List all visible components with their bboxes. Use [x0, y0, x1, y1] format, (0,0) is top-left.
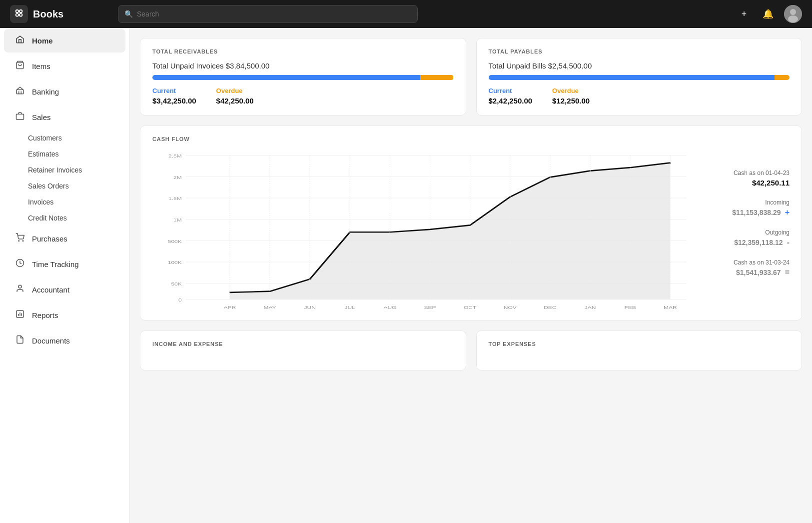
sidebar-item-documents[interactable]: Documents: [4, 329, 125, 352]
payables-current-value: $2,42,250.00: [489, 96, 533, 105]
svg-text:100K: 100K: [168, 260, 182, 265]
chart-container: 2.5M 2M 1.5M 1M 500K 100K 50K 0: [152, 150, 700, 310]
accountant-icon: [14, 284, 26, 296]
sidebar-reports-label: Reports: [32, 311, 58, 320]
svg-point-3: [19, 14, 22, 16]
sidebar-home-label: Home: [32, 36, 53, 45]
cash-end-stat: Cash as on 31-03-24 $1,541,933.67 =: [710, 259, 790, 277]
svg-text:MAY: MAY: [263, 304, 276, 310]
receivables-progress-bar: [152, 75, 454, 80]
outgoing-value: $12,359,118.12 -: [710, 238, 790, 247]
search-bar[interactable]: 🔍: [118, 5, 418, 23]
payables-overdue-bar: [775, 75, 790, 80]
payables-card: TOTAL PAYABLES Total Unpaid Bills $2,54,…: [476, 38, 803, 116]
cash-end-value: $1,541,933.67 =: [710, 268, 790, 277]
receivables-overdue-bar: [420, 75, 453, 80]
outgoing-stat: Outgoing $12,359,118.12 -: [710, 229, 790, 247]
main-content: TOTAL RECEIVABLES Total Unpaid Invoices …: [130, 28, 812, 523]
svg-text:APR: APR: [224, 304, 236, 310]
incoming-value: $11,153,838.29 +: [710, 208, 790, 217]
payables-overdue-label: Overdue: [552, 87, 590, 94]
svg-text:1.5M: 1.5M: [168, 196, 182, 201]
cash-end-label: Cash as on 31-03-24: [710, 259, 790, 266]
add-button[interactable]: +: [736, 6, 752, 22]
cash-flow-card: CASH FLOW 2.5M 2M: [140, 126, 802, 320]
sidebar-sub-sales-orders[interactable]: Sales Orders: [0, 178, 129, 194]
svg-text:MAR: MAR: [664, 304, 677, 310]
payables-overdue-block: Overdue $12,250.00: [552, 87, 590, 105]
svg-text:JUL: JUL: [345, 304, 355, 310]
reports-icon: [14, 310, 26, 321]
sidebar-sales-label: Sales: [32, 113, 51, 122]
incoming-stat: Incoming $11,153,838.29 +: [710, 199, 790, 217]
income-expense-card: INCOME AND EXPENSE: [140, 330, 466, 370]
incoming-label: Incoming: [710, 199, 790, 206]
outgoing-label: Outgoing: [710, 229, 790, 236]
svg-text:2M: 2M: [173, 174, 182, 180]
avatar[interactable]: [784, 5, 802, 23]
svg-point-0: [16, 10, 18, 13]
sidebar: Home Items Banking Sales Customers: [0, 28, 130, 523]
sidebar-sub-customers[interactable]: Customers: [0, 130, 129, 146]
app-name: Books: [33, 8, 63, 20]
items-icon: [14, 60, 26, 72]
sidebar-item-purchases[interactable]: Purchases: [4, 227, 125, 250]
svg-text:NOV: NOV: [504, 304, 517, 310]
svg-text:JAN: JAN: [585, 304, 596, 310]
bottom-cards-row: INCOME AND EXPENSE TOP EXPENSES: [140, 330, 802, 370]
svg-point-19: [18, 285, 21, 288]
sidebar-accountant-label: Accountant: [32, 286, 69, 294]
sidebar-item-sales[interactable]: Sales: [4, 106, 125, 129]
cashflow-chart: 2.5M 2M 1.5M 1M 500K 100K 50K 0: [152, 150, 700, 310]
sidebar-item-home[interactable]: Home: [4, 29, 125, 52]
receivables-total: Total Unpaid Invoices $3,84,500.00: [152, 62, 454, 70]
banking-icon: [14, 86, 26, 98]
svg-text:JUN: JUN: [304, 304, 315, 310]
sidebar-item-banking[interactable]: Banking: [4, 80, 125, 104]
income-expense-title: INCOME AND EXPENSE: [152, 341, 454, 347]
receivables-amounts: Current $3,42,250.00 Overdue $42,250.00: [152, 87, 454, 105]
svg-text:0: 0: [178, 297, 182, 302]
notification-button[interactable]: 🔔: [760, 6, 776, 22]
time-tracking-icon: [14, 258, 26, 270]
sidebar-purchases-label: Purchases: [32, 234, 67, 243]
summary-cards-row: TOTAL RECEIVABLES Total Unpaid Invoices …: [140, 38, 802, 116]
svg-text:DEC: DEC: [544, 304, 557, 310]
sidebar-sub-estimates[interactable]: Estimates: [0, 146, 129, 162]
cashflow-sidebar: Cash as on 01-04-23 $42,250.11 Incoming …: [700, 136, 790, 310]
receivables-overdue-value: $42,250.00: [216, 96, 254, 105]
logo-area: Books: [10, 5, 110, 23]
receivables-current-value: $3,42,250.00: [152, 96, 196, 105]
cash-start-value: $42,250.11: [710, 178, 790, 187]
receivables-current-block: Current $3,42,250.00: [152, 87, 196, 105]
payables-total: Total Unpaid Bills $2,54,500.00: [489, 62, 790, 70]
sidebar-time-tracking-label: Time Tracking: [32, 260, 79, 268]
sales-icon: [14, 112, 26, 123]
payables-progress-bar: [489, 75, 790, 80]
sidebar-item-items[interactable]: Items: [4, 54, 125, 78]
sidebar-item-time-tracking[interactable]: Time Tracking: [4, 252, 125, 276]
sidebar-item-accountant[interactable]: Accountant: [4, 278, 125, 302]
svg-text:500K: 500K: [168, 238, 182, 244]
search-input[interactable]: [137, 10, 411, 18]
sidebar-sub-retainer-invoices[interactable]: Retainer Invoices: [0, 162, 129, 178]
svg-text:SEP: SEP: [424, 304, 436, 310]
top-expenses-title: TOP EXPENSES: [489, 341, 790, 347]
sidebar-items-label: Items: [32, 62, 50, 70]
sidebar-item-reports[interactable]: Reports: [4, 304, 125, 327]
receivables-card: TOTAL RECEIVABLES Total Unpaid Invoices …: [140, 38, 466, 116]
payables-title: TOTAL PAYABLES: [489, 48, 790, 54]
app-logo-icon: [10, 5, 28, 23]
svg-rect-12: [16, 90, 23, 94]
svg-point-17: [22, 240, 23, 242]
sidebar-sub-invoices[interactable]: Invoices: [0, 194, 129, 210]
receivables-overdue-label: Overdue: [216, 87, 254, 94]
svg-text:50K: 50K: [171, 281, 182, 286]
cashflow-title: CASH FLOW: [152, 136, 700, 142]
documents-icon: [14, 335, 26, 346]
payables-current-block: Current $2,42,250.00: [489, 87, 533, 105]
sidebar-documents-label: Documents: [32, 336, 70, 345]
cash-start-label: Cash as on 01-04-23: [710, 170, 790, 176]
top-expenses-card: TOP EXPENSES: [476, 330, 803, 370]
sidebar-sub-credit-notes[interactable]: Credit Notes: [0, 210, 129, 226]
